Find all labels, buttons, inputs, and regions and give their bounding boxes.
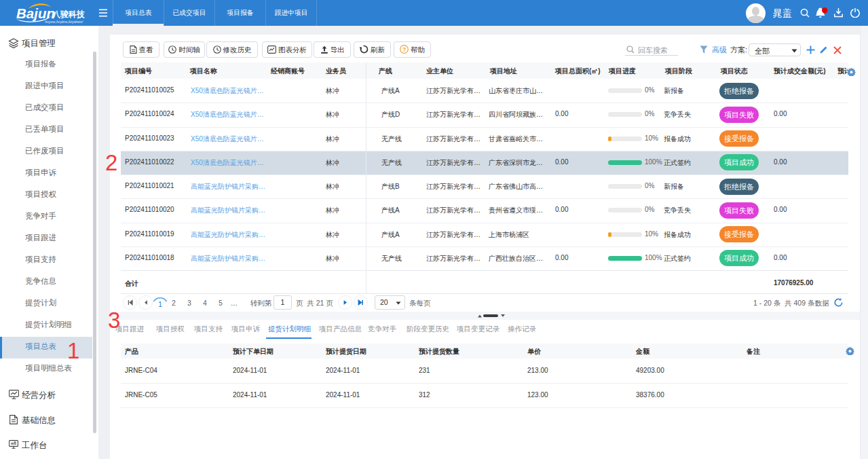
svg-text:八骏科技: 八骏科技 <box>52 10 85 19</box>
svg-text:?: ? <box>402 46 407 53</box>
svg-text:Anyone,Anytime,Anywhere!: Anyone,Anytime,Anywhere! <box>45 20 83 24</box>
svg-text:Bajun: Bajun <box>16 5 55 21</box>
